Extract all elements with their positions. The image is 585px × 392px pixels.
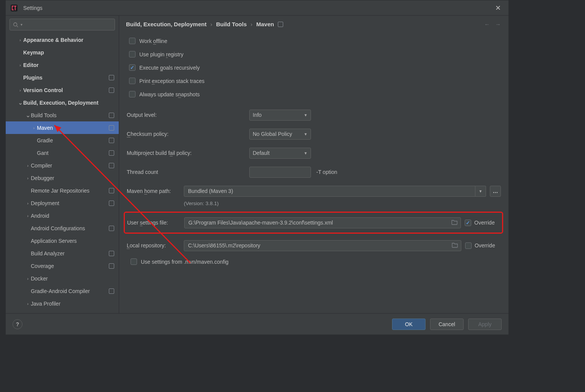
local-repo-override[interactable]: Override (465, 242, 501, 249)
settings-tree: ›Appearance & BehaviorKeymap›EditorPlugi… (6, 33, 119, 313)
chevron-down-icon: ⌄ (25, 114, 31, 117)
sidebar-item-keymap[interactable]: Keymap (6, 46, 119, 59)
nav-forward-icon[interactable]: → (495, 21, 501, 27)
sidebar-item-build-tools[interactable]: ⌄Build Tools (6, 109, 119, 121)
tree-item-label: Appearance & Behavior (23, 37, 83, 43)
tree-item-label: Gradle-Android Compiler (31, 288, 90, 294)
sidebar-item-android-configurations[interactable]: Android Configurations (6, 222, 119, 234)
close-icon[interactable]: ✕ (492, 2, 504, 14)
fail-policy-select[interactable]: Default▼ (249, 148, 311, 159)
project-scope-icon (109, 201, 114, 206)
user-settings-input[interactable]: G:\Program Files\Java\apache-maven-3.9.2… (184, 217, 461, 228)
chevron-right-icon: › (25, 276, 31, 281)
chevron-right-icon: › (17, 88, 23, 92)
tree-item-label: Version Control (23, 87, 63, 93)
tree-item-label: Android Configurations (31, 225, 85, 231)
sidebar-item-maven[interactable]: ›Maven (6, 121, 119, 134)
sidebar-item-remote-jar-repositories[interactable]: Remote Jar Repositories (6, 184, 119, 197)
sidebar-item-coverage[interactable]: Coverage (6, 260, 119, 272)
sidebar-item-gradle-android-compiler[interactable]: Gradle-Android Compiler (6, 285, 119, 297)
sidebar-item-java-profiler[interactable]: ›Java Profiler (6, 297, 119, 310)
sidebar-item-gradle[interactable]: Gradle (6, 134, 119, 147)
apply-button[interactable]: Apply (468, 319, 502, 330)
project-scope-icon (109, 88, 114, 93)
tree-item-label: Plugins (23, 75, 43, 81)
tree-item-label: Keymap (23, 49, 44, 56)
chevron-right-icon: › (31, 126, 37, 130)
project-scope-icon (109, 163, 114, 168)
user-settings-label: User settings file: (126, 220, 180, 226)
search-icon (13, 22, 18, 27)
chevron-right-icon: › (210, 21, 212, 27)
maven-home-browse[interactable]: … (490, 186, 501, 197)
sidebar-item-editor[interactable]: ›Editor (6, 59, 119, 71)
sidebar-item-debugger[interactable]: ›Debugger (6, 172, 119, 184)
tree-item-label: Compiler (31, 163, 52, 169)
sidebar-item-docker[interactable]: ›Docker (6, 272, 119, 285)
sidebar-item-android[interactable]: ›Android (6, 209, 119, 222)
dialog-footer: ? OK Cancel Apply (6, 313, 508, 335)
project-scope-icon (109, 150, 114, 156)
chevron-right-icon: › (250, 21, 252, 27)
maven-version-note: (Version: 3.8.1) (126, 201, 501, 206)
sidebar-item-plugins[interactable]: Plugins (6, 71, 119, 84)
always-update-checkbox[interactable]: Always update snapshots (126, 88, 501, 100)
tree-item-label: Gant (37, 150, 48, 156)
sidebar-item-build-analyzer[interactable]: Build Analyzer (6, 247, 119, 260)
sidebar: ▾ ›Appearance & BehaviorKeymap›EditorPlu… (6, 16, 119, 313)
local-repo-label: Local repository: (126, 242, 180, 249)
user-settings-override[interactable]: Override (465, 220, 501, 226)
output-level-select[interactable]: Info▼ (249, 110, 311, 121)
execute-goals-checkbox[interactable]: Execute goals recursively (126, 62, 501, 73)
settings-window: Settings ✕ ▾ ›Appearance & BehaviorKeyma… (5, 0, 509, 335)
help-button[interactable]: ? (13, 319, 22, 329)
fail-policy-label: Multiproject build fail policy: (126, 150, 249, 156)
titlebar: Settings ✕ (6, 0, 508, 16)
sidebar-item-gant[interactable]: Gant (6, 147, 119, 159)
maven-home-input[interactable]: Bundled (Maven 3) (184, 186, 475, 197)
tree-item-label: Application Servers (31, 238, 77, 244)
project-scope-icon (109, 263, 114, 269)
tree-item-label: Gradle (37, 137, 53, 143)
chevron-right-icon: › (25, 214, 31, 218)
local-repo-input[interactable]: C:\Users\86155\.m2\repository (184, 240, 461, 251)
nav-back-icon[interactable]: ← (484, 21, 490, 27)
cancel-button[interactable]: Cancel (430, 319, 464, 330)
tree-item-label: Build, Execution, Deployment (23, 100, 99, 106)
sidebar-item-appearance-behavior[interactable]: ›Appearance & Behavior (6, 33, 119, 46)
project-scope-icon (109, 226, 114, 231)
tree-item-label: Build Tools (31, 112, 56, 118)
folder-icon[interactable] (452, 242, 458, 249)
thread-count-label: Thread count (126, 169, 249, 175)
project-scope-icon (109, 125, 114, 131)
output-level-label: Output level: (126, 112, 249, 118)
folder-icon[interactable] (451, 220, 457, 226)
project-scope-icon (109, 113, 114, 118)
project-scope-icon (109, 288, 114, 294)
sidebar-item-version-control[interactable]: ›Version Control (6, 84, 119, 96)
chevron-right-icon: › (25, 176, 31, 180)
sidebar-item-compiler[interactable]: ›Compiler (6, 159, 119, 172)
svg-line-2 (17, 25, 18, 27)
chevron-right-icon: › (17, 38, 23, 42)
sidebar-item-deployment[interactable]: ›Deployment (6, 197, 119, 209)
plugin-registry-checkbox[interactable]: Use plugin registry (126, 48, 501, 60)
print-exception-checkbox[interactable]: Print exception stack traces (126, 75, 501, 87)
thread-count-input[interactable] (249, 167, 311, 178)
tree-item-label: Editor (23, 62, 38, 68)
checksum-select[interactable]: No Global Policy▼ (249, 129, 311, 140)
search-input[interactable]: ▾ (10, 19, 115, 30)
tree-item-label: Maven (37, 125, 53, 131)
ok-button[interactable]: OK (392, 319, 426, 330)
chevron-right-icon: › (17, 63, 23, 67)
sidebar-item-application-servers[interactable]: Application Servers (6, 234, 119, 247)
tree-item-label: Build Analyzer (31, 250, 65, 257)
chevron-down-icon: ▾ (21, 22, 22, 27)
project-scope-icon (109, 251, 114, 256)
tree-item-label: Java Profiler (31, 301, 61, 307)
use-mvn-config-checkbox[interactable]: Use settings from .mvn/maven.config (126, 256, 501, 268)
sidebar-item-build-execution-deployment[interactable]: ⌄Build, Execution, Deployment (6, 96, 119, 109)
work-offline-checkbox[interactable]: Work offline (126, 35, 501, 47)
maven-home-dropdown[interactable]: ▼ (475, 186, 486, 197)
tree-item-label: Docker (31, 276, 48, 282)
